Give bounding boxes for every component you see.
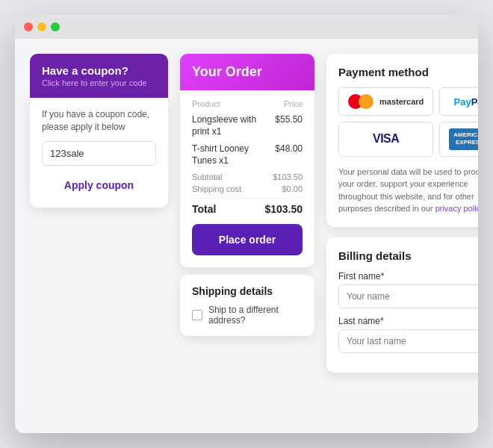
product-col-header: Product — [192, 99, 220, 108]
paypal-logo: PayPal — [454, 96, 478, 108]
browser-content: Have a coupon? Click here to enter your … — [15, 39, 478, 433]
coupon-body-text: If you have a coupon code, please apply … — [42, 108, 156, 134]
subtotal-value: $103.50 — [273, 172, 303, 181]
minimize-dot[interactable] — [37, 22, 46, 31]
shipping-checkbox-label: Ship to a different address? — [208, 305, 303, 326]
coupon-panel: Have a coupon? Click here to enter your … — [30, 54, 168, 418]
last-name-input[interactable] — [338, 329, 478, 353]
coupon-header-title: Have a coupon? — [42, 64, 156, 77]
shipping-row: Shipping cost $0.00 — [192, 184, 303, 193]
browser-window: Have a coupon? Click here to enter your … — [15, 15, 478, 433]
mastercard-button[interactable]: mastercard — [338, 87, 433, 116]
close-dot[interactable] — [24, 22, 33, 31]
subtotal-label: Subtotal — [192, 172, 222, 181]
amex-button[interactable]: AMERICANEXPRESS — [439, 122, 478, 157]
first-name-input[interactable] — [338, 284, 478, 308]
shipping-value: $0.00 — [282, 184, 303, 193]
shipping-different-address-checkbox[interactable] — [192, 310, 202, 320]
payment-methods-grid: mastercard PayPal VISA AMERICANEXPRESS — [338, 87, 478, 157]
order-item-2: T-shirt Looney Tunes x1 $48.00 — [192, 143, 303, 167]
browser-toolbar — [15, 15, 478, 39]
coupon-header-subtitle: Click here to enter your code — [42, 78, 156, 87]
order-header: Your Order — [180, 54, 314, 90]
first-name-field: First name* — [338, 271, 478, 308]
order-body: Product Price Longsleeve with print x1 $… — [180, 90, 314, 267]
place-order-button[interactable]: Place order — [192, 224, 303, 255]
total-label: Total — [192, 203, 216, 215]
privacy-policy-link[interactable]: privacy policy. — [435, 204, 478, 213]
shipping-title: Shipping details — [192, 285, 303, 297]
right-panel: Payment method mastercard PayPal — [326, 54, 478, 418]
mastercard-logo: mastercard — [348, 94, 424, 109]
order-item-1: Longsleeve with print x1 $55.50 — [192, 114, 303, 137]
order-item-2-name: T-shirt Looney Tunes x1 — [192, 143, 275, 167]
billing-title: Billing details — [338, 249, 478, 262]
shipping-label: Shipping cost — [192, 184, 241, 193]
visa-button[interactable]: VISA — [338, 122, 433, 157]
paypal-button[interactable]: PayPal — [439, 87, 478, 116]
price-col-header: Price — [284, 99, 303, 108]
last-name-field: Last name* — [338, 316, 478, 353]
apply-coupon-button[interactable]: Apply coupon — [42, 173, 156, 197]
shipping-card: Shipping details Ship to a different add… — [180, 275, 314, 336]
subtotal-row: Subtotal $103.50 — [192, 172, 303, 181]
last-name-label: Last name* — [338, 316, 478, 326]
maximize-dot[interactable] — [51, 22, 60, 31]
order-column-headers: Product Price — [192, 99, 303, 108]
billing-card: Billing details First name* Last name* — [326, 237, 478, 373]
coupon-body: If you have a coupon code, please apply … — [30, 98, 168, 208]
visa-logo: VISA — [373, 132, 399, 146]
payment-card: Payment method mastercard PayPal — [326, 54, 478, 227]
first-name-label: First name* — [338, 271, 478, 281]
payment-title: Payment method — [338, 66, 478, 78]
order-item-2-price: $48.00 — [275, 143, 303, 154]
order-card: Your Order Product Price Longsleeve with… — [180, 54, 314, 267]
order-item-1-name: Longsleeve with print x1 — [192, 114, 275, 137]
total-row: Total $103.50 — [192, 198, 303, 215]
mastercard-text: mastercard — [379, 97, 424, 106]
coupon-input[interactable] — [42, 141, 156, 166]
order-item-1-price: $55.50 — [275, 114, 303, 125]
shipping-different-address-row[interactable]: Ship to a different address? — [192, 305, 303, 326]
mc-orange-circle — [359, 94, 373, 109]
coupon-header: Have a coupon? Click here to enter your … — [30, 54, 168, 98]
amex-logo: AMERICANEXPRESS — [449, 128, 478, 150]
payment-privacy-text: Your personal data will be used to proce… — [338, 166, 478, 215]
paypal-pay-text: Pay — [454, 96, 471, 108]
order-panel: Your Order Product Price Longsleeve with… — [180, 54, 314, 418]
total-value: $103.50 — [264, 203, 303, 215]
paypal-pal-text: Pal — [471, 96, 478, 108]
